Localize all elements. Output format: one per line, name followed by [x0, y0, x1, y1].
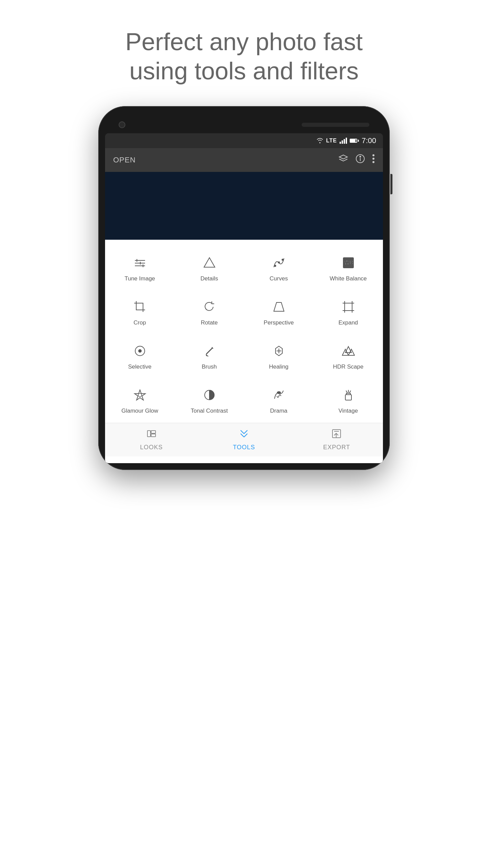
tonal-label: Tonal Contrast	[191, 407, 228, 415]
crop-icon	[134, 299, 146, 315]
selective-label: Selective	[128, 363, 151, 371]
signal-bars	[340, 138, 347, 144]
rotate-label: Rotate	[201, 319, 218, 327]
tool-tune-image[interactable]: Tune Image	[105, 246, 175, 291]
tool-rotate[interactable]: Rotate	[175, 291, 244, 335]
wifi-icon	[317, 138, 323, 143]
nav-looks[interactable]: LOOKS	[105, 423, 198, 456]
tools-panel: Tune Image Details	[105, 240, 383, 463]
tool-perspective[interactable]: Perspective	[244, 291, 313, 335]
info-icon[interactable]	[355, 154, 365, 166]
brush-label: Brush	[202, 363, 217, 371]
phone-screen: LTE 7:0	[105, 133, 383, 463]
svg-point-2	[360, 156, 361, 157]
svg-point-5	[372, 161, 374, 163]
tonal-icon	[203, 387, 216, 403]
looks-icon	[146, 429, 157, 441]
drama-label: Drama	[270, 407, 287, 415]
expand-icon	[342, 299, 355, 315]
headline-line2: using tools and filters	[129, 57, 359, 84]
glamour-label: Glamour Glow	[121, 407, 158, 415]
svg-point-32	[139, 350, 141, 352]
speaker-grill	[302, 123, 369, 127]
glamour-icon	[134, 387, 146, 403]
curves-label: Curves	[270, 275, 288, 282]
tools-label: TOOLS	[233, 444, 255, 451]
nav-tools[interactable]: TOOLS	[198, 423, 290, 456]
bottom-nav: LOOKS TOOLS	[105, 423, 383, 456]
headline: Perfect any photo fast using tools and f…	[92, 0, 396, 106]
open-button[interactable]: OPEN	[113, 156, 136, 164]
tool-crop[interactable]: Crop	[105, 291, 175, 335]
perspective-icon	[272, 299, 285, 315]
details-label: Details	[201, 275, 218, 282]
svg-rect-22	[345, 303, 352, 311]
expand-label: Expand	[339, 319, 358, 327]
status-time: 7:00	[362, 136, 376, 145]
tool-tonal-contrast[interactable]: Tonal Contrast	[175, 379, 244, 423]
svg-marker-12	[204, 258, 215, 267]
phone-mockup: LTE 7:0	[98, 106, 390, 470]
nav-export[interactable]: EXPORT	[290, 423, 383, 456]
curves-icon	[272, 255, 285, 271]
tool-drama[interactable]: Drama	[244, 379, 313, 423]
hdr-icon	[342, 343, 355, 359]
svg-point-44	[277, 391, 281, 394]
layers-icon[interactable]	[338, 154, 348, 166]
battery-icon	[350, 139, 359, 143]
wb-label: White Balance	[330, 275, 367, 282]
front-camera	[119, 121, 125, 128]
hdr-label: HDR Scape	[333, 363, 364, 371]
tool-hdr-scape[interactable]: HDR Scape	[313, 335, 383, 379]
selective-icon	[134, 343, 146, 359]
tool-selective[interactable]: Selective	[105, 335, 175, 379]
healing-label: Healing	[269, 363, 289, 371]
vintage-icon	[342, 387, 355, 403]
export-label: EXPORT	[323, 444, 350, 451]
perspective-label: Perspective	[264, 319, 294, 327]
tool-vintage[interactable]: Vintage	[313, 379, 383, 423]
vintage-label: Vintage	[339, 407, 358, 415]
side-button	[390, 174, 392, 194]
svg-line-46	[346, 391, 347, 393]
export-icon	[331, 429, 342, 441]
toolbar-icons	[338, 154, 375, 166]
svg-point-13	[274, 265, 276, 267]
svg-line-33	[206, 348, 212, 354]
headline-line1: Perfect any photo fast	[125, 28, 363, 55]
svg-point-3	[372, 154, 374, 156]
tool-white-balance[interactable]: WB White Balance	[313, 246, 383, 291]
svg-marker-41	[135, 390, 145, 400]
status-icons: LTE 7:0	[317, 136, 376, 145]
status-bar: LTE 7:0	[105, 133, 383, 148]
tool-glamour-glow[interactable]: Glamour Glow	[105, 379, 175, 423]
svg-line-47	[349, 391, 351, 393]
svg-point-14	[278, 262, 280, 263]
svg-marker-19	[274, 302, 284, 311]
tool-expand[interactable]: Expand	[313, 291, 383, 335]
svg-rect-50	[151, 431, 156, 433]
svg-rect-48	[345, 395, 351, 400]
phone-top	[105, 113, 383, 133]
tool-curves[interactable]: Curves	[244, 246, 313, 291]
tool-brush[interactable]: Brush	[175, 335, 244, 379]
svg-point-15	[282, 259, 283, 260]
lte-indicator: LTE	[326, 138, 337, 144]
drama-icon	[272, 387, 285, 403]
tune-image-icon	[134, 255, 146, 271]
healing-icon	[272, 343, 285, 359]
looks-label: LOOKS	[140, 444, 163, 451]
app-toolbar: OPEN	[105, 148, 383, 172]
svg-rect-49	[147, 431, 150, 437]
wb-icon: WB	[342, 255, 355, 271]
svg-point-42	[138, 393, 142, 397]
tools-grid: Tune Image Details	[105, 246, 383, 423]
svg-rect-18	[136, 303, 143, 310]
details-icon	[203, 255, 216, 271]
tool-details[interactable]: Details	[175, 246, 244, 291]
tool-healing[interactable]: Healing	[244, 335, 313, 379]
more-icon[interactable]	[372, 154, 375, 166]
crop-label: Crop	[134, 319, 146, 327]
brush-icon	[203, 343, 216, 359]
photo-preview[interactable]	[105, 172, 383, 240]
